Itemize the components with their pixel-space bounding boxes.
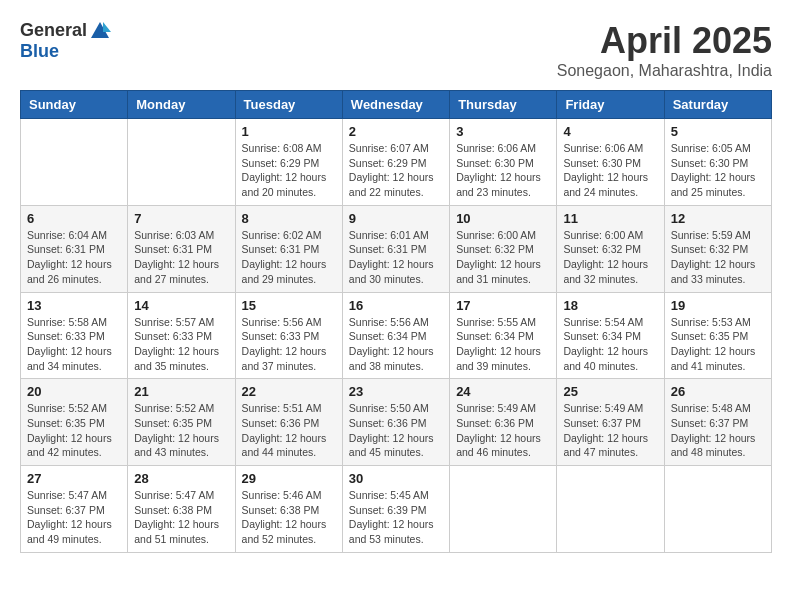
calendar-cell: [450, 466, 557, 553]
day-info: Sunrise: 6:02 AM Sunset: 6:31 PM Dayligh…: [242, 228, 336, 287]
calendar-cell: 19Sunrise: 5:53 AM Sunset: 6:35 PM Dayli…: [664, 292, 771, 379]
calendar-cell: 21Sunrise: 5:52 AM Sunset: 6:35 PM Dayli…: [128, 379, 235, 466]
calendar-cell: 26Sunrise: 5:48 AM Sunset: 6:37 PM Dayli…: [664, 379, 771, 466]
svg-marker-1: [103, 22, 111, 32]
day-info: Sunrise: 5:52 AM Sunset: 6:35 PM Dayligh…: [27, 401, 121, 460]
logo-icon: [89, 20, 111, 42]
location-title: Sonegaon, Maharashtra, India: [557, 62, 772, 80]
page-header: General Blue April 2025 Sonegaon, Mahara…: [20, 20, 772, 80]
logo: General Blue: [20, 20, 111, 62]
month-title: April 2025: [557, 20, 772, 62]
day-number: 16: [349, 298, 443, 313]
calendar-cell: 11Sunrise: 6:00 AM Sunset: 6:32 PM Dayli…: [557, 205, 664, 292]
day-info: Sunrise: 5:59 AM Sunset: 6:32 PM Dayligh…: [671, 228, 765, 287]
calendar-cell: 2Sunrise: 6:07 AM Sunset: 6:29 PM Daylig…: [342, 119, 449, 206]
calendar-week-4: 20Sunrise: 5:52 AM Sunset: 6:35 PM Dayli…: [21, 379, 772, 466]
title-area: April 2025 Sonegaon, Maharashtra, India: [557, 20, 772, 80]
day-number: 24: [456, 384, 550, 399]
day-info: Sunrise: 6:00 AM Sunset: 6:32 PM Dayligh…: [456, 228, 550, 287]
day-number: 4: [563, 124, 657, 139]
calendar-cell: 9Sunrise: 6:01 AM Sunset: 6:31 PM Daylig…: [342, 205, 449, 292]
day-info: Sunrise: 6:06 AM Sunset: 6:30 PM Dayligh…: [563, 141, 657, 200]
calendar-cell: 8Sunrise: 6:02 AM Sunset: 6:31 PM Daylig…: [235, 205, 342, 292]
day-info: Sunrise: 5:54 AM Sunset: 6:34 PM Dayligh…: [563, 315, 657, 374]
calendar-week-3: 13Sunrise: 5:58 AM Sunset: 6:33 PM Dayli…: [21, 292, 772, 379]
day-info: Sunrise: 5:50 AM Sunset: 6:36 PM Dayligh…: [349, 401, 443, 460]
calendar-cell: [128, 119, 235, 206]
calendar-cell: 4Sunrise: 6:06 AM Sunset: 6:30 PM Daylig…: [557, 119, 664, 206]
calendar-cell: [21, 119, 128, 206]
calendar-cell: 16Sunrise: 5:56 AM Sunset: 6:34 PM Dayli…: [342, 292, 449, 379]
calendar-cell: 18Sunrise: 5:54 AM Sunset: 6:34 PM Dayli…: [557, 292, 664, 379]
day-number: 10: [456, 211, 550, 226]
day-number: 26: [671, 384, 765, 399]
day-info: Sunrise: 5:45 AM Sunset: 6:39 PM Dayligh…: [349, 488, 443, 547]
calendar-cell: 17Sunrise: 5:55 AM Sunset: 6:34 PM Dayli…: [450, 292, 557, 379]
day-info: Sunrise: 6:06 AM Sunset: 6:30 PM Dayligh…: [456, 141, 550, 200]
calendar-cell: [664, 466, 771, 553]
day-info: Sunrise: 6:08 AM Sunset: 6:29 PM Dayligh…: [242, 141, 336, 200]
calendar-cell: 3Sunrise: 6:06 AM Sunset: 6:30 PM Daylig…: [450, 119, 557, 206]
day-number: 17: [456, 298, 550, 313]
day-info: Sunrise: 5:53 AM Sunset: 6:35 PM Dayligh…: [671, 315, 765, 374]
day-info: Sunrise: 6:00 AM Sunset: 6:32 PM Dayligh…: [563, 228, 657, 287]
day-number: 29: [242, 471, 336, 486]
calendar-cell: 29Sunrise: 5:46 AM Sunset: 6:38 PM Dayli…: [235, 466, 342, 553]
day-number: 22: [242, 384, 336, 399]
day-info: Sunrise: 5:58 AM Sunset: 6:33 PM Dayligh…: [27, 315, 121, 374]
day-info: Sunrise: 5:48 AM Sunset: 6:37 PM Dayligh…: [671, 401, 765, 460]
day-info: Sunrise: 5:55 AM Sunset: 6:34 PM Dayligh…: [456, 315, 550, 374]
calendar-cell: 5Sunrise: 6:05 AM Sunset: 6:30 PM Daylig…: [664, 119, 771, 206]
day-number: 9: [349, 211, 443, 226]
day-info: Sunrise: 5:49 AM Sunset: 6:36 PM Dayligh…: [456, 401, 550, 460]
day-info: Sunrise: 5:56 AM Sunset: 6:34 PM Dayligh…: [349, 315, 443, 374]
day-number: 25: [563, 384, 657, 399]
day-number: 14: [134, 298, 228, 313]
calendar-week-2: 6Sunrise: 6:04 AM Sunset: 6:31 PM Daylig…: [21, 205, 772, 292]
calendar-header-sunday: Sunday: [21, 91, 128, 119]
day-number: 11: [563, 211, 657, 226]
day-info: Sunrise: 6:05 AM Sunset: 6:30 PM Dayligh…: [671, 141, 765, 200]
day-number: 21: [134, 384, 228, 399]
calendar-cell: 7Sunrise: 6:03 AM Sunset: 6:31 PM Daylig…: [128, 205, 235, 292]
day-number: 18: [563, 298, 657, 313]
calendar-week-1: 1Sunrise: 6:08 AM Sunset: 6:29 PM Daylig…: [21, 119, 772, 206]
day-info: Sunrise: 5:52 AM Sunset: 6:35 PM Dayligh…: [134, 401, 228, 460]
day-number: 28: [134, 471, 228, 486]
day-number: 3: [456, 124, 550, 139]
calendar-header-tuesday: Tuesday: [235, 91, 342, 119]
calendar-cell: 14Sunrise: 5:57 AM Sunset: 6:33 PM Dayli…: [128, 292, 235, 379]
calendar-cell: 30Sunrise: 5:45 AM Sunset: 6:39 PM Dayli…: [342, 466, 449, 553]
calendar-cell: 28Sunrise: 5:47 AM Sunset: 6:38 PM Dayli…: [128, 466, 235, 553]
day-number: 30: [349, 471, 443, 486]
calendar-cell: 23Sunrise: 5:50 AM Sunset: 6:36 PM Dayli…: [342, 379, 449, 466]
calendar-table: SundayMondayTuesdayWednesdayThursdayFrid…: [20, 90, 772, 553]
calendar-body: 1Sunrise: 6:08 AM Sunset: 6:29 PM Daylig…: [21, 119, 772, 553]
logo-blue: Blue: [20, 41, 59, 61]
day-number: 23: [349, 384, 443, 399]
calendar-cell: 6Sunrise: 6:04 AM Sunset: 6:31 PM Daylig…: [21, 205, 128, 292]
day-number: 5: [671, 124, 765, 139]
day-number: 2: [349, 124, 443, 139]
calendar-cell: [557, 466, 664, 553]
day-number: 12: [671, 211, 765, 226]
calendar-header-wednesday: Wednesday: [342, 91, 449, 119]
calendar-cell: 15Sunrise: 5:56 AM Sunset: 6:33 PM Dayli…: [235, 292, 342, 379]
day-info: Sunrise: 5:56 AM Sunset: 6:33 PM Dayligh…: [242, 315, 336, 374]
calendar-header-friday: Friday: [557, 91, 664, 119]
calendar-header-row: SundayMondayTuesdayWednesdayThursdayFrid…: [21, 91, 772, 119]
day-info: Sunrise: 5:47 AM Sunset: 6:37 PM Dayligh…: [27, 488, 121, 547]
calendar-cell: 24Sunrise: 5:49 AM Sunset: 6:36 PM Dayli…: [450, 379, 557, 466]
day-info: Sunrise: 5:47 AM Sunset: 6:38 PM Dayligh…: [134, 488, 228, 547]
day-number: 20: [27, 384, 121, 399]
day-info: Sunrise: 5:51 AM Sunset: 6:36 PM Dayligh…: [242, 401, 336, 460]
day-number: 8: [242, 211, 336, 226]
day-number: 27: [27, 471, 121, 486]
calendar-cell: 13Sunrise: 5:58 AM Sunset: 6:33 PM Dayli…: [21, 292, 128, 379]
logo-general: General: [20, 21, 87, 41]
calendar-cell: 20Sunrise: 5:52 AM Sunset: 6:35 PM Dayli…: [21, 379, 128, 466]
calendar-header-thursday: Thursday: [450, 91, 557, 119]
calendar-cell: 27Sunrise: 5:47 AM Sunset: 6:37 PM Dayli…: [21, 466, 128, 553]
day-number: 1: [242, 124, 336, 139]
calendar-cell: 12Sunrise: 5:59 AM Sunset: 6:32 PM Dayli…: [664, 205, 771, 292]
